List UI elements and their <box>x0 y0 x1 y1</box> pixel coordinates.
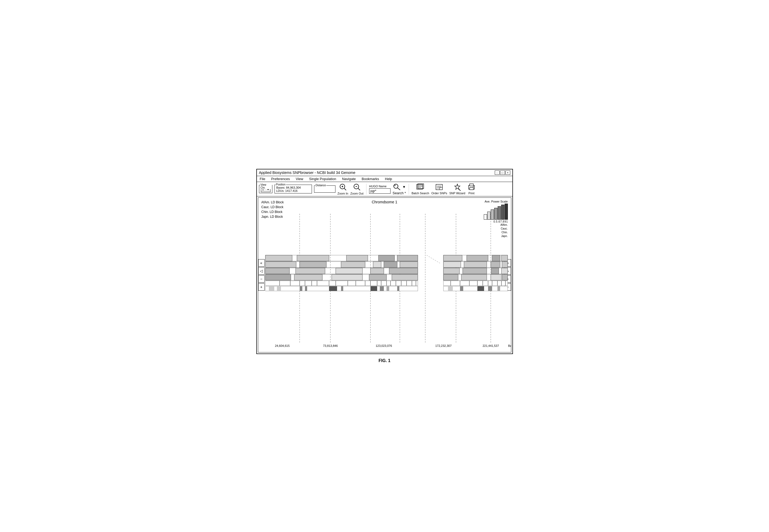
scale-pos-5: 221,441,537 <box>483 344 499 347</box>
svg-rect-95 <box>491 274 502 280</box>
svg-rect-81 <box>502 255 508 261</box>
maximize-button[interactable]: □ <box>500 170 505 175</box>
svg-rect-27 <box>346 255 368 261</box>
window-title: Applied Biosystems SNPbrowser - NCBI bui… <box>259 170 355 175</box>
svg-rect-26 <box>297 255 329 261</box>
order-snps-icon <box>435 183 444 191</box>
svg-rect-94 <box>461 274 487 280</box>
print-button[interactable]: Print <box>468 183 476 195</box>
svg-rect-67 <box>269 286 274 291</box>
search-label[interactable]: Search * <box>393 191 406 195</box>
zoom-out-icon <box>353 183 361 192</box>
search-icon-area: ▼ <box>393 183 406 191</box>
svg-rect-86 <box>502 262 508 267</box>
svg-rect-71 <box>329 286 337 291</box>
zoom-in-label: Zoom In <box>337 192 348 195</box>
menu-view[interactable]: View <box>295 177 304 181</box>
scale-pos-3: 123,023,076 <box>375 344 392 347</box>
menu-single-population[interactable]: Single Population <box>308 177 337 181</box>
svg-rect-35 <box>400 262 418 267</box>
svg-rect-112 <box>488 286 492 291</box>
svg-point-7 <box>394 184 398 188</box>
order-snps-button[interactable]: Order SNPs <box>432 183 447 195</box>
svg-rect-85 <box>491 262 500 267</box>
svg-rect-33 <box>373 262 381 267</box>
svg-rect-75 <box>387 286 389 291</box>
svg-rect-41 <box>265 274 291 280</box>
distance-label: Distance <box>315 184 326 187</box>
svg-rect-72 <box>341 286 343 291</box>
svg-rect-83 <box>444 262 461 267</box>
svg-rect-44 <box>369 274 387 280</box>
svg-rect-73 <box>370 286 377 291</box>
menu-bar: File Preferences View Single Population … <box>257 176 513 182</box>
svg-rect-68 <box>277 286 281 291</box>
svg-rect-45 <box>392 274 418 280</box>
svg-rect-43 <box>332 274 362 280</box>
svg-rect-19 <box>440 188 443 190</box>
menu-file[interactable]: File <box>259 177 266 181</box>
title-bar-buttons: - □ × <box>495 170 510 175</box>
svg-line-3 <box>344 188 346 190</box>
scale-bases: Bases <box>508 344 511 347</box>
svg-rect-36 <box>265 268 289 274</box>
svg-rect-34 <box>384 262 397 267</box>
close-button[interactable]: × <box>506 170 510 175</box>
svg-rect-96 <box>502 274 508 280</box>
scale-pos-1: 24,604,615 <box>275 344 289 347</box>
batch-search-button[interactable]: Batch Search <box>412 183 429 195</box>
svg-rect-79 <box>467 255 488 261</box>
search-dropdown-icon[interactable]: ▼ <box>402 185 406 189</box>
svg-point-24 <box>473 187 474 187</box>
svg-line-6 <box>358 188 360 190</box>
chromosome-svg: 24,604,615 73,813,846 123,023,076 172,23… <box>258 198 511 352</box>
scale-pos-4: 172,232,307 <box>435 344 452 347</box>
hugo-input[interactable] <box>369 188 391 194</box>
search-icon <box>393 183 401 191</box>
snp-wizard-button[interactable]: SNP Wizard <box>449 183 465 195</box>
bases-value: Bases: 84,963,304 <box>276 186 310 189</box>
menu-navigate[interactable]: Navigate <box>341 177 356 181</box>
svg-rect-113 <box>498 286 500 291</box>
svg-rect-32 <box>341 262 365 267</box>
distance-group: Distance <box>314 185 335 193</box>
menu-help[interactable]: Help <box>384 177 393 181</box>
toolbar: View Chr. 1 Position Bases: 84,963,304 L… <box>257 182 513 196</box>
snp-wizard-icon <box>453 183 462 191</box>
main-window: Applied Biosystems SNPbrowser - NCBI bui… <box>256 169 513 354</box>
scale-pos-2: 73,813,846 <box>323 344 337 347</box>
order-snps-label: Order SNPs <box>432 192 447 195</box>
svg-rect-22 <box>470 184 474 186</box>
batch-search-label: Batch Search <box>412 192 429 195</box>
svg-rect-109 <box>448 286 453 291</box>
batch-search-icon <box>416 183 425 191</box>
svg-rect-28 <box>378 255 395 261</box>
menu-bookmarks[interactable]: Bookmarks <box>361 177 380 181</box>
separator-1 <box>366 184 366 195</box>
svg-rect-89 <box>463 268 487 274</box>
svg-rect-23 <box>470 188 474 190</box>
svg-rect-90 <box>491 268 499 274</box>
svg-rect-31 <box>300 262 326 267</box>
minimize-button[interactable]: - <box>495 170 500 175</box>
print-label: Print <box>468 192 475 195</box>
svg-rect-88 <box>444 268 460 274</box>
print-icon <box>468 183 476 191</box>
snp-track-left <box>265 281 418 286</box>
svg-rect-78 <box>444 255 462 261</box>
svg-rect-84 <box>464 262 487 267</box>
svg-rect-29 <box>397 255 418 261</box>
zoom-out-button[interactable]: Zoom Out <box>350 183 363 195</box>
search-group: ▼ Search * <box>393 183 406 195</box>
svg-rect-40 <box>389 268 418 274</box>
menu-preferences[interactable]: Preferences <box>270 177 290 181</box>
svg-rect-30 <box>265 262 296 267</box>
svg-rect-42 <box>294 274 322 280</box>
svg-rect-70 <box>305 286 307 291</box>
svg-line-77 <box>427 255 440 263</box>
svg-rect-37 <box>295 268 325 274</box>
svg-line-9 <box>398 188 400 190</box>
svg-rect-97 <box>444 281 508 286</box>
zoom-in-button[interactable]: Zoom In <box>337 183 348 195</box>
svg-rect-74 <box>380 286 384 291</box>
